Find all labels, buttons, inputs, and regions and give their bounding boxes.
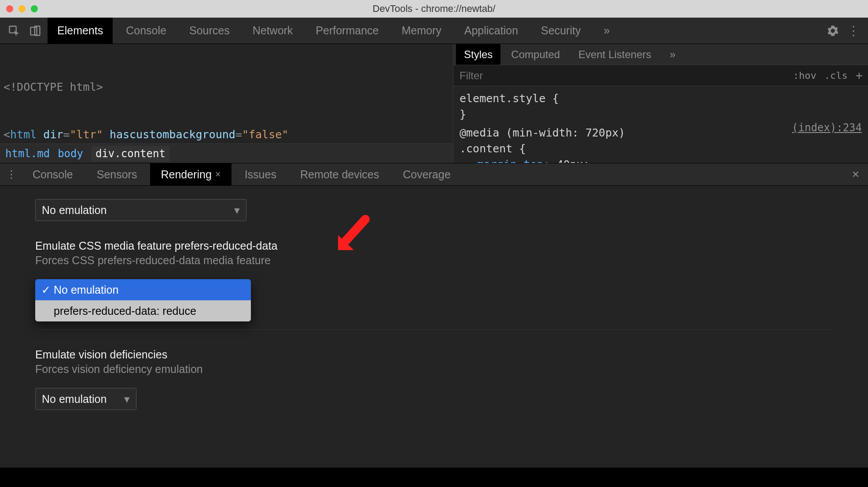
- selector-content: .content {: [460, 141, 862, 157]
- styles-filterbar: :hov .cls +: [453, 65, 868, 86]
- tab-styles[interactable]: Styles: [456, 44, 500, 65]
- check-icon: ✓: [41, 284, 50, 296]
- prefers-reduced-data-title: Emulate CSS media feature prefers-reduce…: [35, 240, 833, 252]
- drawer-close-icon[interactable]: ×: [847, 167, 864, 181]
- styles-tabstrip: Styles Computed Event Listeners »: [453, 44, 868, 65]
- svg-rect-1: [31, 27, 37, 35]
- tab-memory[interactable]: Memory: [392, 18, 451, 44]
- window-titlebar: DevTools - chrome://newtab/: [0, 0, 868, 18]
- annotation-arrow-icon: [335, 215, 370, 257]
- prefers-reduced-data-dropdown[interactable]: ✓ No emulation prefers-reduced-data: red…: [35, 279, 251, 321]
- drawer-tabstrip: ⋮ Console Sensors Rendering × Issues Rem…: [0, 163, 868, 186]
- vision-deficiencies-title: Emulate vision deficiencies: [35, 348, 833, 361]
- close-tab-icon[interactable]: ×: [215, 169, 221, 180]
- tab-console[interactable]: Console: [116, 18, 176, 44]
- main-tabstrip: Elements Console Sources Network Perform…: [0, 18, 868, 44]
- vision-deficiency-select[interactable]: No emulation ▾: [35, 388, 136, 410]
- drawer-tab-remote-devices[interactable]: Remote devices: [290, 163, 390, 185]
- drawer-tab-issues[interactable]: Issues: [234, 163, 287, 185]
- tab-event-listeners[interactable]: Event Listeners: [570, 44, 659, 65]
- styles-panel: Styles Computed Event Listeners » :hov .…: [453, 44, 868, 163]
- settings-gear-icon[interactable]: [824, 22, 842, 40]
- styles-rules[interactable]: element.style { } @media (min-width: 720…: [453, 86, 868, 163]
- tab-performance[interactable]: Performance: [306, 18, 388, 44]
- styles-filter-input[interactable]: [459, 69, 785, 82]
- divider: [35, 329, 833, 330]
- tab-overflow[interactable]: »: [594, 18, 619, 44]
- breadcrumb: html.md body div.content: [0, 144, 453, 163]
- drawer-tab-console[interactable]: Console: [22, 163, 84, 185]
- prop-margin-top[interactable]: margin-top: 40px;: [460, 157, 862, 163]
- elements-panel: <!DOCTYPE html> <html dir="ltr" hascusto…: [0, 44, 453, 163]
- prefers-reduced-data-desc: Forces CSS prefers-reduced-data media fe…: [35, 254, 833, 267]
- rendering-panel: No emulation ▾ Emulate CSS media feature…: [0, 186, 868, 468]
- dom-html-tag[interactable]: <html dir="ltr" hascustombackground="fal…: [4, 127, 288, 143]
- select-value: No emulation: [42, 204, 107, 217]
- option-no-emulation[interactable]: ✓ No emulation: [35, 279, 251, 300]
- breadcrumb-html[interactable]: html.md: [5, 148, 50, 160]
- tab-styles-overflow[interactable]: »: [662, 44, 684, 65]
- select-value: No emulation: [42, 393, 107, 406]
- drawer-tab-sensors[interactable]: Sensors: [86, 163, 148, 185]
- tab-security[interactable]: Security: [531, 18, 590, 44]
- dom-tree[interactable]: <!DOCTYPE html> <html dir="ltr" hascusto…: [0, 44, 453, 144]
- hov-toggle[interactable]: :hov: [793, 70, 817, 81]
- main-menu-kebab-icon[interactable]: ⋮: [845, 22, 863, 40]
- element-style-open: element.style {: [460, 91, 862, 107]
- breadcrumb-body[interactable]: body: [58, 148, 83, 160]
- chevron-down-icon: ▾: [124, 393, 130, 406]
- tab-computed[interactable]: Computed: [503, 44, 568, 65]
- tab-network[interactable]: Network: [243, 18, 303, 44]
- tab-application[interactable]: Application: [455, 18, 528, 44]
- chevron-down-icon: ▾: [234, 204, 240, 217]
- breadcrumb-div[interactable]: div.content: [91, 146, 170, 162]
- device-toolbar-icon[interactable]: [26, 22, 44, 40]
- dom-doctype: <!DOCTYPE html>: [4, 79, 103, 95]
- option-prefers-reduced-data-reduce[interactable]: prefers-reduced-data: reduce: [35, 300, 251, 321]
- new-style-rule-icon[interactable]: +: [856, 69, 863, 83]
- rule-source-link[interactable]: (index):234: [792, 120, 862, 136]
- drawer-tab-rendering[interactable]: Rendering ×: [150, 163, 231, 185]
- drawer-tab-coverage[interactable]: Coverage: [392, 163, 461, 185]
- inspect-element-icon[interactable]: [5, 22, 23, 40]
- tab-elements[interactable]: Elements: [48, 18, 113, 44]
- vision-deficiencies-desc: Forces vision deficiency emulation: [35, 363, 833, 376]
- window-title: DevTools - chrome://newtab/: [0, 3, 868, 15]
- drawer-menu-kebab-icon[interactable]: ⋮: [4, 168, 19, 181]
- cls-toggle[interactable]: .cls: [824, 70, 848, 81]
- tab-sources[interactable]: Sources: [180, 18, 239, 44]
- emulate-media-select[interactable]: No emulation ▾: [35, 199, 246, 221]
